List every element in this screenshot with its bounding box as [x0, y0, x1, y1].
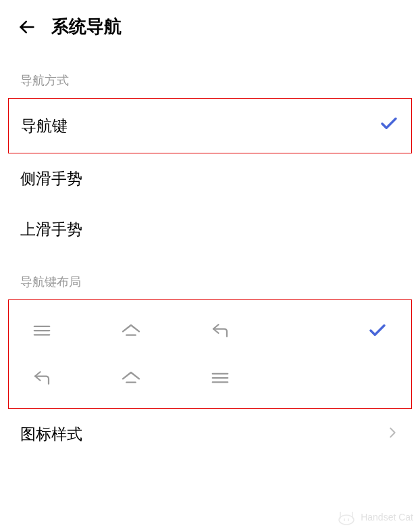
layout-icons-row — [30, 366, 232, 389]
back-nav-icon — [209, 319, 232, 342]
layout-option-1[interactable] — [24, 307, 396, 354]
watermark-text: Handset Cat — [361, 512, 413, 523]
back-nav-icon — [30, 366, 53, 389]
option-side-swipe[interactable]: 侧滑手势 — [0, 153, 420, 204]
layout-option-2[interactable] — [24, 354, 396, 402]
watermark: Handset Cat — [330, 502, 420, 532]
chevron-right-icon — [385, 425, 400, 444]
layout-icons-row — [30, 319, 232, 342]
section-label-nav-layout: 导航键布局 — [0, 255, 420, 299]
check-icon — [365, 320, 390, 341]
option-label: 侧滑手势 — [20, 168, 82, 189]
option-up-swipe[interactable]: 上滑手势 — [0, 204, 420, 255]
menu-icon — [30, 319, 53, 342]
highlighted-option: 导航键 — [8, 98, 412, 153]
header: 系统导航 — [0, 0, 420, 53]
option-label: 图标样式 — [20, 424, 82, 445]
option-icon-style[interactable]: 图标样式 — [0, 409, 420, 460]
check-icon — [379, 114, 399, 138]
option-nav-keys[interactable]: 导航键 — [9, 99, 411, 153]
option-label: 导航键 — [21, 116, 68, 137]
menu-icon — [209, 366, 232, 389]
home-icon — [120, 319, 142, 342]
section-label-nav-method: 导航方式 — [0, 53, 420, 98]
option-label: 上滑手势 — [20, 219, 82, 240]
home-icon — [120, 366, 142, 389]
back-icon[interactable] — [16, 16, 38, 38]
svg-point-9 — [339, 515, 354, 525]
page-title: 系统导航 — [51, 15, 122, 39]
highlighted-layout-section — [8, 299, 412, 409]
